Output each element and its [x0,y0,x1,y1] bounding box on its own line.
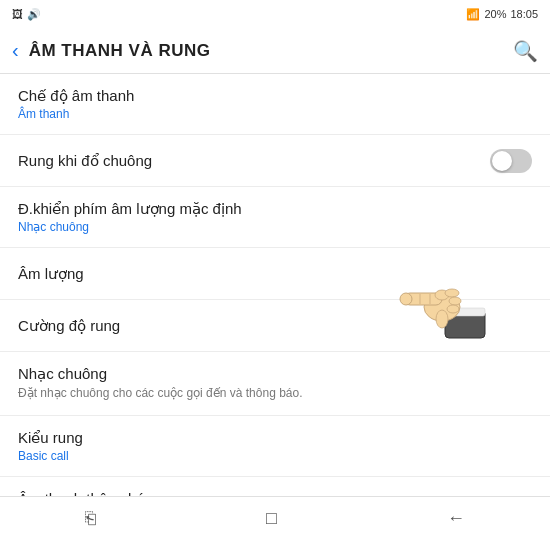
vibration-style-value: Basic call [18,449,532,463]
vibration-style-label: Kiểu rung [18,429,532,447]
back-button[interactable]: ‹ [12,39,19,62]
ringtone-label: Nhạc chuông [18,365,532,383]
vibrate-ring-toggle[interactable] [490,149,532,173]
vol-control-label: Đ.khiển phím âm lượng mặc định [18,200,532,218]
sound-icon: 🔊 [27,8,41,21]
time-display: 18:05 [510,8,538,20]
sound-mode-label: Chế độ âm thanh [18,87,532,105]
settings-list: Chế độ âm thanh Âm thanh Rung khi đổ chu… [0,74,550,496]
status-right-icons: 📶 20% 18:05 [466,8,538,21]
vibrate-ring-label: Rung khi đổ chuông [18,152,152,170]
vol-control-item[interactable]: Đ.khiển phím âm lượng mặc định Nhạc chuô… [0,187,550,248]
back-nav-button[interactable]: ← [447,508,465,529]
home-button[interactable]: □ [266,508,277,529]
ringtone-item[interactable]: Nhạc chuông Đặt nhạc chuông cho các cuộc… [0,352,550,416]
vibration-intensity-label: Cường độ rung [18,317,532,335]
vibration-style-item[interactable]: Kiểu rung Basic call [0,416,550,477]
page-title: ÂM THANH VÀ RUNG [29,41,513,61]
volume-label: Âm lượng [18,265,532,283]
bottom-navigation: ⎗ □ ← [0,496,550,540]
battery-icon: 20% [484,8,506,20]
notification-sound-item[interactable]: Âm thanh thông báo Đặt âm thanh thông bá… [0,477,550,496]
photo-icon: 🖼 [12,8,23,20]
vibration-intensity-item[interactable]: Cường độ rung [0,300,550,352]
volume-item[interactable]: Âm lượng [0,248,550,300]
sound-mode-value: Âm thanh [18,107,532,121]
status-bar: 🖼 🔊 📶 20% 18:05 [0,0,550,28]
signal-icon: 📶 [466,8,480,21]
status-left-icons: 🖼 🔊 [12,8,41,21]
vol-control-value: Nhạc chuông [18,220,532,234]
ringtone-desc: Đặt nhạc chuông cho các cuộc gọi đến và … [18,385,532,402]
page-header: ‹ ÂM THANH VÀ RUNG 🔍 [0,28,550,74]
search-button[interactable]: 🔍 [513,39,538,63]
vibrate-ring-item[interactable]: Rung khi đổ chuông [0,135,550,187]
recent-apps-button[interactable]: ⎗ [85,508,96,529]
sound-mode-item[interactable]: Chế độ âm thanh Âm thanh [0,74,550,135]
